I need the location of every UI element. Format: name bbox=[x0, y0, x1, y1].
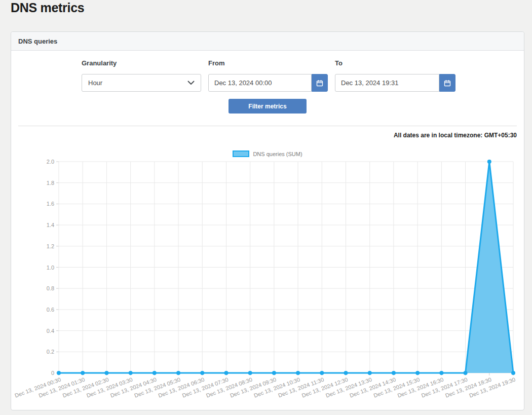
data-point[interactable] bbox=[439, 371, 443, 375]
data-point[interactable] bbox=[368, 371, 372, 375]
data-point[interactable] bbox=[511, 371, 515, 375]
y-axis-tick-label: 1.2 bbox=[47, 243, 54, 249]
to-label: To bbox=[335, 59, 343, 67]
legend-swatch bbox=[233, 150, 249, 157]
card-header: DNS queries bbox=[11, 32, 524, 51]
data-point[interactable] bbox=[464, 371, 468, 375]
data-point[interactable] bbox=[320, 371, 324, 375]
filter-metrics-button[interactable]: Filter metrics bbox=[229, 99, 307, 114]
y-axis-tick-label: 0.4 bbox=[47, 328, 54, 334]
card-header-title: DNS queries bbox=[18, 37, 57, 45]
granularity-selected-value: Hour bbox=[88, 79, 102, 87]
data-point[interactable] bbox=[272, 371, 276, 375]
data-point[interactable] bbox=[104, 371, 108, 375]
data-point[interactable] bbox=[415, 371, 420, 375]
data-point[interactable] bbox=[81, 371, 85, 375]
y-axis-tick-label: 1.0 bbox=[47, 265, 54, 271]
dns-queries-chart: 00.20.40.60.81.01.21.41.61.82.0Dec 13, 2… bbox=[11, 159, 524, 406]
calendar-icon bbox=[316, 79, 324, 87]
granularity-select[interactable]: Hour bbox=[82, 74, 201, 92]
data-point[interactable] bbox=[153, 371, 157, 375]
chart-legend: DNS queries (SUM) bbox=[11, 150, 524, 157]
legend-label: DNS queries (SUM) bbox=[253, 151, 302, 157]
y-axis-tick-label: 0.8 bbox=[47, 285, 54, 291]
granularity-label: Granularity bbox=[82, 59, 117, 67]
calendar-icon bbox=[443, 79, 451, 87]
chevron-down-icon bbox=[187, 81, 195, 85]
y-axis-tick-label: 2.0 bbox=[47, 159, 54, 165]
y-axis-tick-label: 1.6 bbox=[47, 201, 54, 207]
y-axis-tick-label: 1.8 bbox=[47, 180, 54, 186]
data-point[interactable] bbox=[176, 371, 180, 375]
page-title: DNS metrics bbox=[11, 1, 84, 15]
y-axis-tick-label: 1.4 bbox=[47, 222, 54, 228]
data-point[interactable] bbox=[487, 160, 491, 164]
section-divider bbox=[18, 126, 517, 126]
data-point[interactable] bbox=[57, 371, 61, 375]
data-point[interactable] bbox=[224, 371, 228, 375]
data-point[interactable] bbox=[392, 371, 396, 375]
to-calendar-button[interactable] bbox=[439, 74, 455, 92]
data-point[interactable] bbox=[344, 371, 348, 375]
dns-metrics-page: { "page": { "title": "DNS metrics", "tim… bbox=[0, 0, 532, 415]
y-axis-tick-label: 0.2 bbox=[47, 349, 54, 355]
y-axis-tick-label: 0 bbox=[51, 370, 54, 376]
timezone-note: All dates are in local timezone: GMT+05:… bbox=[394, 132, 517, 139]
dns-queries-card: DNS queries Granularity From To Hour Fil… bbox=[11, 31, 524, 410]
data-point[interactable] bbox=[200, 371, 204, 375]
to-date-input[interactable] bbox=[335, 74, 439, 92]
from-label: From bbox=[208, 59, 225, 67]
data-point[interactable] bbox=[296, 371, 300, 375]
from-calendar-button[interactable] bbox=[312, 74, 328, 92]
data-point[interactable] bbox=[129, 371, 133, 375]
y-axis-tick-label: 0.6 bbox=[47, 307, 54, 313]
data-point[interactable] bbox=[248, 371, 252, 375]
from-date-input[interactable] bbox=[208, 74, 312, 92]
